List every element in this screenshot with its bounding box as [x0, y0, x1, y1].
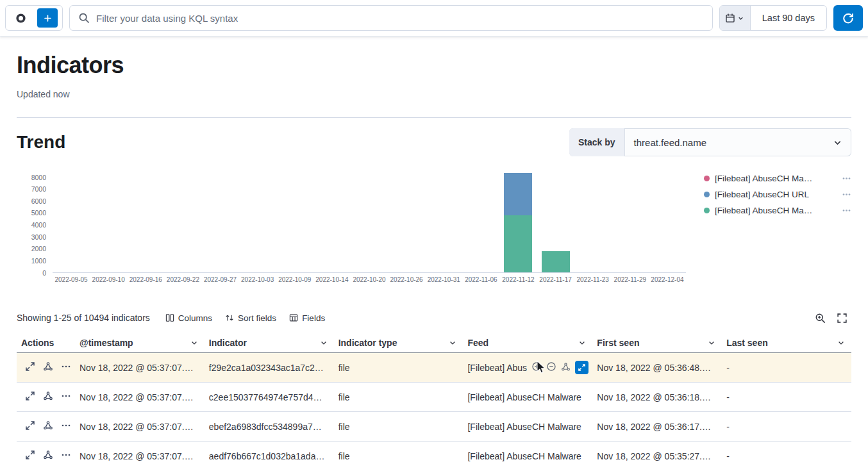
- expand-details-button[interactable]: [25, 420, 35, 433]
- column-menu-chevron-icon[interactable]: [320, 339, 328, 347]
- legend-dot: [704, 208, 710, 213]
- sort-fields-button[interactable]: Sort fields: [219, 311, 283, 326]
- investigate-in-timeline-button[interactable]: [43, 420, 53, 433]
- x-axis-tick-label: 2022-12-04: [651, 276, 683, 284]
- legend-more-actions-icon[interactable]: [842, 174, 851, 183]
- column-header-feed[interactable]: Feed: [463, 333, 592, 352]
- chart-bar[interactable]: [542, 169, 570, 272]
- cell-actions-expand-button[interactable]: [575, 361, 588, 374]
- column-header-indicator[interactable]: Indicator: [204, 333, 334, 352]
- x-axis-tick-label: 2022-11-06: [465, 276, 497, 284]
- column-menu-chevron-icon[interactable]: [708, 339, 715, 347]
- expand-details-button[interactable]: [25, 391, 35, 403]
- chart-bar[interactable]: [504, 169, 532, 272]
- chart-plot: [53, 169, 686, 273]
- add-to-timeline-button[interactable]: [561, 362, 571, 374]
- x-axis-tick-label: 2022-11-29: [614, 276, 646, 284]
- inspect-button[interactable]: [810, 309, 830, 326]
- investigate-in-timeline-button[interactable]: [43, 361, 53, 374]
- legend-more-actions-icon[interactable]: [842, 206, 851, 215]
- last-seen-cell[interactable]: -: [722, 392, 851, 402]
- indicator-type-cell[interactable]: file: [334, 363, 463, 373]
- indicator-type-cell[interactable]: file: [334, 451, 463, 461]
- indicator-cell[interactable]: ebef2a6983dfcc534899a7…: [204, 422, 334, 432]
- more-actions-button[interactable]: [61, 361, 71, 374]
- first-seen-cell[interactable]: Nov 18, 2022 @ 05:36:48.…: [592, 363, 722, 373]
- investigate-in-timeline-button[interactable]: [43, 450, 53, 462]
- fields-button[interactable]: Fields: [283, 311, 331, 326]
- sort-icon: [225, 313, 234, 322]
- filter-in-button[interactable]: [531, 361, 542, 374]
- column-header-indicator-type[interactable]: Indicator type: [334, 333, 463, 352]
- column-header-last-seen[interactable]: Last seen: [722, 333, 851, 352]
- expand-details-button[interactable]: [25, 450, 35, 462]
- feed-cell[interactable]: [Filebeat] AbuseCH Malware: [463, 422, 592, 432]
- legend-label: [Filebeat] AbuseCH Ma…: [715, 174, 837, 183]
- kql-search-box[interactable]: [69, 5, 713, 31]
- stack-by-label: Stack by: [569, 128, 625, 156]
- indicator-cell[interactable]: f29e2ca1a032343ac1a7c2…: [204, 363, 334, 373]
- timestamp-cell[interactable]: Nov 18, 2022 @ 05:37:07.…: [75, 422, 204, 432]
- timestamp-cell[interactable]: Nov 18, 2022 @ 05:37:07.…: [75, 363, 204, 373]
- circle-minus-icon: [546, 361, 556, 372]
- y-axis-tick-label: 2000: [31, 246, 46, 253]
- indicator-type-cell[interactable]: file: [334, 392, 463, 402]
- chevron-down-icon: [737, 15, 744, 22]
- y-axis-tick-label: 8000: [31, 174, 46, 181]
- add-filter-button[interactable]: [37, 8, 58, 28]
- column-menu-chevron-icon[interactable]: [837, 339, 845, 347]
- columns-button[interactable]: Columns: [159, 311, 219, 326]
- column-header-first-seen[interactable]: First seen: [592, 333, 722, 352]
- first-seen-cell[interactable]: Nov 18, 2022 @ 05:36:18.…: [592, 392, 722, 402]
- indicator-cell[interactable]: aedf76b667c1d032ba1ada…: [204, 451, 334, 461]
- saved-query-menu-button[interactable]: [6, 6, 35, 30]
- fullscreen-button[interactable]: [832, 309, 851, 326]
- feed-cell[interactable]: [Filebeat] AbuseCH Malware: [463, 392, 592, 402]
- first-seen-cell[interactable]: Nov 18, 2022 @ 05:36:17.…: [592, 422, 722, 432]
- y-axis-tick-label: 6000: [31, 198, 46, 205]
- investigate-in-timeline-button[interactable]: [43, 391, 53, 403]
- results-summary: Showing 1-25 of 10494 indicators: [17, 313, 150, 323]
- date-quick-select-button[interactable]: [720, 6, 751, 30]
- expand-details-icon: [25, 361, 35, 372]
- column-menu-chevron-icon[interactable]: [449, 339, 456, 347]
- feed-cell[interactable]: [Filebeat] AbuseCH Malware: [463, 451, 592, 461]
- y-axis-tick-label: 5000: [31, 210, 46, 217]
- kql-search-input[interactable]: [96, 13, 704, 24]
- legend-item[interactable]: [Filebeat] AbuseCH Ma…: [704, 202, 851, 219]
- legend-item[interactable]: [Filebeat] AbuseCH Ma…: [704, 170, 851, 186]
- y-axis-tick-label: 4000: [31, 222, 46, 229]
- investigate-in-timeline-icon: [43, 391, 53, 401]
- column-header-timestamp[interactable]: @timestamp: [75, 333, 204, 352]
- indicator-type-cell[interactable]: file: [334, 422, 463, 432]
- last-seen-cell[interactable]: -: [722, 363, 851, 373]
- filter-out-button[interactable]: [546, 361, 556, 374]
- expand-details-button[interactable]: [25, 361, 35, 374]
- saved-query-menu-icon: [15, 13, 26, 24]
- more-actions-button[interactable]: [61, 391, 71, 403]
- last-seen-cell[interactable]: -: [722, 451, 851, 461]
- expand-details-icon: [25, 450, 35, 460]
- more-actions-button[interactable]: [61, 450, 71, 462]
- first-seen-cell[interactable]: Nov 18, 2022 @ 05:35:27.…: [592, 451, 722, 461]
- last-seen-cell[interactable]: -: [722, 422, 851, 432]
- column-header-label: First seen: [597, 338, 639, 348]
- indicator-cell[interactable]: c2ee15037764974e757d4…: [204, 392, 334, 402]
- column-menu-chevron-icon[interactable]: [190, 339, 198, 347]
- y-axis-tick-label: 1000: [31, 258, 46, 265]
- feed-cell[interactable]: [Filebeat] Abus…: [463, 361, 592, 374]
- timestamp-cell[interactable]: Nov 18, 2022 @ 05:37:07.…: [75, 451, 204, 461]
- x-axis-tick-label: 2022-09-22: [167, 276, 199, 284]
- trend-heading: Trend: [17, 132, 65, 153]
- more-actions-button[interactable]: [61, 420, 71, 433]
- legend-more-actions-icon[interactable]: [842, 190, 851, 199]
- column-menu-chevron-icon[interactable]: [578, 339, 586, 347]
- timestamp-cell[interactable]: Nov 18, 2022 @ 05:37:07.…: [75, 392, 204, 402]
- trend-chart: 010002000300040005000600070008000 2022-0…: [17, 169, 851, 285]
- row-actions-cell: [17, 420, 75, 433]
- refresh-button[interactable]: [833, 5, 863, 31]
- legend-item[interactable]: [Filebeat] AbuseCH URL: [704, 186, 851, 202]
- stack-by-control: Stack by threat.feed.name: [569, 128, 851, 156]
- stack-by-select[interactable]: threat.feed.name: [625, 128, 851, 156]
- date-range-button[interactable]: Last 90 days: [751, 6, 826, 30]
